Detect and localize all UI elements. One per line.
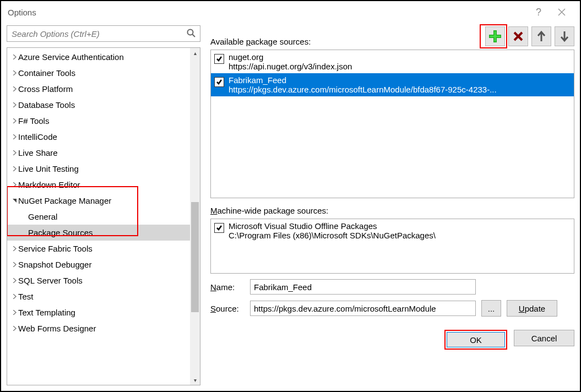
chevron-right-icon bbox=[10, 182, 18, 187]
name-label: Name: bbox=[210, 282, 245, 292]
chevron-right-icon bbox=[10, 310, 18, 315]
tree-item-sql-server-tools[interactable]: SQL Server Tools bbox=[7, 273, 190, 288]
source-row-offline[interactable]: Microsoft Visual Studio Offline Packages… bbox=[211, 219, 574, 242]
tree-scrollbar[interactable]: ▴ ▾ bbox=[190, 48, 200, 385]
source-name: Fabrikam_Feed bbox=[229, 75, 571, 85]
chevron-right-icon bbox=[10, 246, 18, 251]
source-name: nuget.org bbox=[229, 52, 571, 62]
chevron-right-icon bbox=[10, 55, 18, 59]
help-button[interactable]: ? bbox=[527, 3, 550, 21]
source-row-nugetorg[interactable]: nuget.org https://api.nuget.org/v3/index… bbox=[211, 50, 574, 73]
tree-item-intellicode[interactable]: IntelliCode bbox=[7, 129, 190, 145]
source-checkbox[interactable] bbox=[214, 223, 224, 233]
chevron-right-icon bbox=[10, 118, 18, 123]
close-button[interactable] bbox=[550, 3, 573, 21]
tree-item-nuget-package-manager[interactable]: NuGet Package Manager bbox=[7, 193, 190, 209]
chevron-right-icon bbox=[10, 294, 18, 299]
source-name: Microsoft Visual Studio Offline Packages bbox=[229, 221, 571, 231]
chevron-right-icon bbox=[10, 150, 18, 155]
source-url: C:\Program Files (x86)\Microsoft SDKs\Nu… bbox=[229, 231, 571, 240]
chevron-right-icon bbox=[10, 262, 18, 267]
tree-item-live-share[interactable]: Live Share bbox=[7, 145, 190, 161]
move-down-button[interactable] bbox=[555, 26, 574, 46]
options-tree: Azure Service Authentication Container T… bbox=[7, 47, 200, 385]
move-up-button[interactable] bbox=[531, 26, 551, 46]
source-checkbox[interactable] bbox=[214, 54, 224, 64]
tree-item-test[interactable]: Test bbox=[7, 288, 190, 304]
right-column: Available package sources: bbox=[210, 25, 574, 385]
tree-item-fsharp-tools[interactable]: F# Tools bbox=[7, 113, 190, 129]
tree-item-live-unit-testing[interactable]: Live Unit Testing bbox=[7, 161, 190, 177]
arrow-down-icon bbox=[560, 30, 569, 42]
chevron-right-icon bbox=[10, 326, 18, 331]
tree-item-nuget-general[interactable]: General bbox=[7, 209, 190, 225]
highlight-annotation: OK bbox=[444, 330, 507, 350]
chevron-down-icon bbox=[10, 198, 18, 203]
tree-item-container-tools[interactable]: Container Tools bbox=[7, 65, 190, 81]
browse-button[interactable]: ... bbox=[481, 300, 501, 317]
name-input[interactable] bbox=[250, 279, 476, 295]
tree-items: Azure Service Authentication Container T… bbox=[7, 48, 190, 385]
scroll-down-icon[interactable]: ▾ bbox=[190, 375, 200, 385]
add-source-button[interactable] bbox=[485, 26, 505, 46]
search-icon bbox=[187, 29, 196, 39]
chevron-right-icon bbox=[10, 166, 18, 171]
svg-point-0 bbox=[188, 29, 193, 35]
ok-button[interactable]: OK bbox=[447, 332, 505, 347]
tree-item-azure-service-authentication[interactable]: Azure Service Authentication bbox=[7, 49, 190, 65]
chevron-right-icon bbox=[10, 70, 18, 75]
plus-icon bbox=[489, 30, 501, 42]
source-input[interactable] bbox=[250, 301, 476, 316]
source-checkbox[interactable] bbox=[214, 77, 224, 87]
remove-source-button[interactable] bbox=[508, 26, 528, 46]
machine-sources-label: Machine-wide package sources: bbox=[210, 206, 574, 215]
tree-item-nuget-package-sources[interactable]: Package Sources bbox=[7, 225, 190, 241]
tree-item-text-templating[interactable]: Text Templating bbox=[7, 304, 190, 320]
chevron-right-icon bbox=[10, 278, 18, 283]
machine-sources-list[interactable]: Microsoft Visual Studio Offline Packages… bbox=[210, 219, 574, 274]
arrow-up-icon bbox=[536, 30, 546, 42]
tree-item-database-tools[interactable]: Database Tools bbox=[7, 97, 190, 113]
chevron-right-icon bbox=[10, 86, 18, 91]
search-input[interactable] bbox=[12, 29, 187, 39]
tree-item-markdown-editor[interactable]: Markdown Editor bbox=[7, 177, 190, 193]
tree-item-service-fabric-tools[interactable]: Service Fabric Tools bbox=[7, 241, 190, 257]
available-sources-list[interactable]: nuget.org https://api.nuget.org/v3/index… bbox=[210, 50, 574, 198]
tree-item-cross-platform[interactable]: Cross Platform bbox=[7, 81, 190, 97]
titlebar: Options ? bbox=[1, 1, 580, 23]
source-label: Source: bbox=[210, 304, 245, 313]
update-button[interactable]: Update bbox=[507, 300, 557, 317]
source-url: https://api.nuget.org/v3/index.json bbox=[229, 62, 571, 71]
chevron-right-icon bbox=[10, 134, 18, 139]
scroll-up-icon[interactable]: ▴ bbox=[190, 48, 200, 58]
chevron-right-icon bbox=[10, 102, 18, 107]
source-url: https://pkgs.dev.azure.com/microsoftLear… bbox=[229, 85, 571, 94]
search-box[interactable] bbox=[7, 25, 200, 42]
scroll-thumb[interactable] bbox=[191, 202, 199, 312]
x-icon bbox=[512, 30, 524, 42]
available-sources-label: Available package sources: bbox=[210, 37, 311, 46]
cancel-button[interactable]: Cancel bbox=[514, 330, 574, 346]
source-row-fabrikam[interactable]: Fabrikam_Feed https://pkgs.dev.azure.com… bbox=[211, 73, 574, 96]
tree-item-snapshot-debugger[interactable]: Snapshot Debugger bbox=[7, 257, 190, 273]
options-dialog: Options ? Azure Service Authentication C… bbox=[0, 0, 581, 392]
window-title: Options bbox=[8, 8, 36, 17]
tree-item-web-forms-designer[interactable]: Web Forms Designer bbox=[7, 320, 190, 336]
left-column: Azure Service Authentication Container T… bbox=[7, 25, 200, 385]
